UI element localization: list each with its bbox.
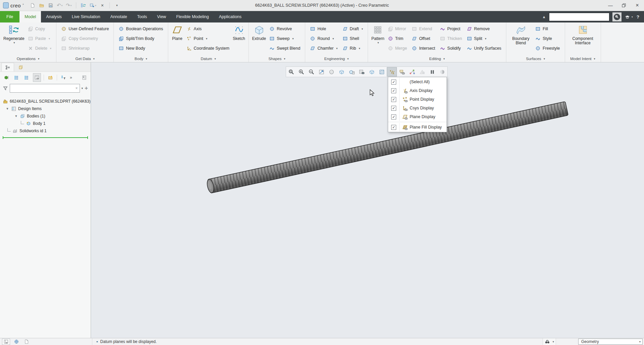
mirror-button[interactable]: Mirror [386, 24, 408, 34]
close-button[interactable]: × [631, 0, 644, 11]
intersect-button[interactable]: Intersect [410, 43, 436, 53]
checkbox-checked[interactable]: ✓ [391, 97, 396, 102]
project-button[interactable]: Project [439, 24, 463, 34]
boundary-blend-button[interactable]: Boundary Blend [509, 24, 533, 46]
point-caret-icon[interactable]: ▾ [206, 37, 207, 40]
extend-button[interactable]: Extend [410, 24, 436, 34]
model-tree-tab[interactable] [1, 63, 14, 71]
tree-row-solidworks-id[interactable]: Solidworks id 1 [3, 127, 89, 135]
pattern-button[interactable]: Pattern ▾ [370, 24, 385, 44]
pause-button[interactable] [427, 67, 437, 77]
tree-row-design-items[interactable]: ▼ Design Items [3, 105, 89, 112]
group-label-model-intent[interactable]: Model Intent▾ [565, 55, 601, 62]
coordinate-system-button[interactable]: Coordinate System [185, 43, 231, 53]
group-label-operations[interactable]: Operations▾ [0, 55, 56, 62]
shell-button[interactable]: Shell [341, 34, 364, 43]
boolean-operations-button[interactable]: Boolean Operations [117, 24, 165, 34]
split-caret-icon[interactable]: ▾ [485, 37, 486, 40]
tree-settings-button[interactable] [81, 73, 88, 82]
zoom-in-button[interactable] [296, 67, 306, 77]
tab-model[interactable]: Model [19, 11, 41, 22]
chamfer-caret-icon[interactable]: ▾ [336, 47, 337, 50]
regenerate-button[interactable]: Regenerate ▾ [2, 24, 26, 44]
learning-connector-button[interactable]: ▾ [625, 14, 633, 20]
split-button[interactable]: Split▾ [465, 34, 503, 43]
rib-caret-icon[interactable]: ▾ [359, 47, 360, 50]
expand-caret-icon[interactable]: ▼ [5, 107, 9, 110]
menu-item-axis-display[interactable]: ✓ Axis Display [388, 86, 447, 95]
ball-screw-model[interactable] [91, 62, 644, 338]
menu-item-plane-display[interactable]: ✓ Plane Display [388, 112, 447, 121]
tree-filters-button[interactable] [60, 73, 67, 82]
tree-overflow-chevron-icon[interactable]: » [70, 75, 72, 80]
collapse-levels-button[interactable] [23, 73, 30, 82]
annotation-display-button[interactable] [397, 67, 407, 77]
pattern-caret-icon[interactable]: ▾ [377, 41, 379, 44]
style-button[interactable]: Style [534, 34, 561, 43]
draft-button[interactable]: Draft▾ [341, 24, 364, 34]
redo-caret-icon[interactable]: ▾ [71, 4, 72, 7]
menu-item-select-all[interactable]: ✓ (Select All) [388, 78, 447, 86]
tab-view[interactable]: View [152, 11, 171, 22]
spin-center-button[interactable] [407, 67, 417, 77]
axis-button[interactable]: Axis [185, 24, 231, 34]
unify-surfaces-button[interactable]: Unify Surfaces [465, 43, 503, 53]
tab-live-simulation[interactable]: Live Simulation [67, 11, 105, 22]
new-file-button[interactable] [30, 2, 36, 9]
find-button[interactable]: ▾ [543, 338, 556, 345]
delete-button[interactable]: Delete▾ [27, 43, 53, 53]
merge-button[interactable]: Merge [386, 43, 408, 53]
tree-favorites-button[interactable] [47, 73, 54, 82]
tab-tools[interactable]: Tools [132, 11, 152, 22]
copy-button[interactable]: Copy [27, 24, 53, 34]
chamfer-button[interactable]: Chamfer▾ [309, 43, 339, 53]
checkbox-checked[interactable]: ✓ [391, 125, 396, 130]
tree-row-body-1[interactable]: Body 1 [3, 120, 89, 127]
search-options-caret-icon[interactable]: ▾ [82, 87, 83, 90]
expand-caret-icon[interactable]: ▼ [14, 114, 18, 118]
redo-button[interactable]: ↷▾ [66, 2, 72, 9]
display-style-button[interactable] [336, 67, 347, 77]
component-interface-button[interactable]: Component Interface [567, 24, 598, 46]
menu-item-plane-fill-display[interactable]: ✓ Plane Fill Display [388, 123, 447, 132]
full-screen-button[interactable] [23, 339, 30, 345]
open-file-button[interactable] [39, 2, 45, 9]
new-body-button[interactable]: New Body [117, 43, 165, 53]
hole-button[interactable]: Hole [309, 24, 339, 34]
remove-button[interactable]: Remove [465, 24, 503, 34]
help-button[interactable]: ? [636, 14, 640, 19]
swept-blend-button[interactable]: Swept Blend [268, 43, 302, 53]
fill-button[interactable]: Fill [534, 24, 561, 34]
group-label-editing[interactable]: Editing▾ [368, 55, 506, 62]
qat-customize-button[interactable]: ▾ [114, 2, 120, 9]
freestyle-button[interactable]: Freestyle [534, 43, 561, 53]
model-display-button[interactable] [417, 67, 427, 77]
checkbox-checked[interactable]: ✓ [391, 106, 396, 111]
windows-caret-icon[interactable]: ▾ [95, 4, 96, 7]
tree-root-row[interactable]: 6624K63_BALL SCREW.SLDPRT (6624K63) [3, 98, 89, 105]
menu-item-point-display[interactable]: ✓ Point Display [388, 95, 447, 104]
split-trim-body-button[interactable]: Split/Trim Body [117, 34, 165, 43]
menu-item-csys-display[interactable]: ✓ Csys Display [388, 104, 447, 112]
tree-insert-indicator[interactable] [3, 137, 88, 138]
thicken-button[interactable]: Thicken [439, 34, 463, 43]
shrinkwrap-button[interactable]: Shrinkwrap [60, 43, 110, 53]
tab-file[interactable]: File [0, 11, 19, 22]
selection-filter-dropdown[interactable]: Geometry ▾ [578, 339, 643, 345]
paste-button[interactable]: Paste▾ [27, 34, 53, 43]
saved-orientations-button[interactable] [347, 67, 357, 77]
point-button[interactable]: Point▾ [185, 34, 231, 43]
group-label-get-data[interactable]: Get Data▾ [56, 55, 113, 62]
trim-button[interactable]: Trim [386, 34, 408, 43]
save-button[interactable] [48, 2, 54, 9]
section-button[interactable] [377, 67, 387, 77]
clear-search-icon[interactable]: × [74, 86, 80, 91]
minimize-ribbon-icon[interactable]: ▲ [542, 15, 546, 19]
clipping-button[interactable] [437, 67, 447, 77]
graphics-area[interactable]: ✓ (Select All) ✓ Axis Display ✓ Point Di… [91, 62, 644, 338]
plane-button[interactable]: Plane [171, 24, 184, 41]
search-button[interactable] [612, 12, 622, 21]
refit-button[interactable] [316, 67, 326, 77]
minimize-button[interactable]: — [604, 0, 617, 11]
restore-button[interactable] [617, 0, 631, 11]
